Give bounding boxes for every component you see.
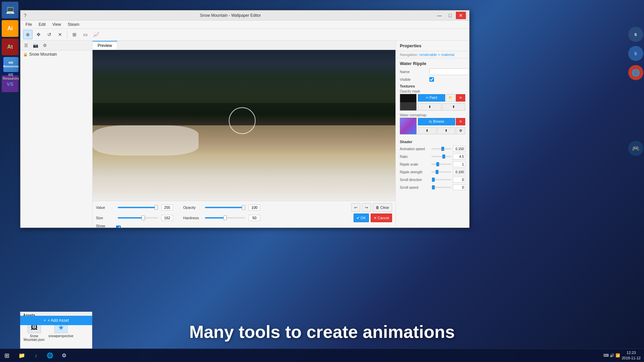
scroll-speed-slider[interactable]: [431, 187, 451, 188]
value-slider-track[interactable]: [118, 207, 158, 208]
taskbar-settings[interactable]: ⚙: [57, 349, 71, 362]
taskbar-start-button[interactable]: ⊞: [0, 349, 13, 362]
water-normalmap-thumb: [400, 118, 417, 134]
chrome-icon[interactable]: 🌐: [628, 65, 643, 80]
minimize-button[interactable]: —: [434, 12, 444, 19]
opacity-mask-controls: ✏ Paint 📁 ✕ ⬇ ⬆: [418, 94, 465, 111]
after-effects-icon[interactable]: At: [2, 39, 18, 55]
menu-view[interactable]: View: [49, 21, 64, 27]
opacity-label: Opacity: [183, 205, 202, 209]
import-button[interactable]: ⬇: [418, 103, 441, 111]
ratio-thumb[interactable]: [442, 155, 445, 159]
preview-canvas[interactable]: [93, 50, 395, 201]
name-prop-input[interactable]: [429, 68, 469, 75]
taskbar-chrome[interactable]: 🌐: [43, 349, 57, 362]
show-mask-checkbox[interactable]: [116, 226, 121, 228]
tree-item-snow-mountain[interactable]: 🔒 Snow Mountain: [20, 51, 92, 58]
title-bar: ? Snow Mountain - Wallpaper Editor — □ ✕: [20, 10, 469, 20]
refresh-button[interactable]: ↺: [45, 30, 54, 39]
browse-button[interactable]: 🗀 Browse: [418, 118, 455, 125]
anim-speed-slider[interactable]: [431, 148, 451, 149]
delete-texture-button[interactable]: ✕: [456, 94, 465, 102]
scroll-direction-slider[interactable]: [431, 179, 451, 180]
opacity-slider-fill: [205, 207, 245, 208]
preview-tab[interactable]: Preview: [93, 41, 117, 50]
taskbar: ⊞ 📁 ♪ 🌐 ⚙ ⌨ 🔊 📶 12:23 2018-11-12: [0, 349, 644, 362]
grid-view-button[interactable]: ⊞: [70, 30, 79, 39]
clear-button[interactable]: 🗑 Clear: [373, 203, 392, 212]
ratio-slider[interactable]: [431, 156, 451, 157]
anim-speed-thumb[interactable]: [441, 147, 444, 151]
shader-scroll-direction-row: Scroll direction 0: [400, 177, 465, 183]
normalmap-export-button[interactable]: ⬆: [437, 127, 455, 134]
size-slider-thumb[interactable]: [142, 216, 145, 220]
window-title: Snow Mountain - Wallpaper Editor: [26, 13, 434, 18]
ripple-scale-thumb[interactable]: [436, 162, 439, 166]
ripple-strength-thumb[interactable]: [436, 170, 438, 174]
hardness-display[interactable]: 50: [249, 215, 260, 221]
scroll-speed-thumb[interactable]: [432, 185, 435, 189]
water-ripple-title: Water Ripple: [396, 58, 469, 67]
opacity-display[interactable]: 100: [249, 204, 260, 210]
move-tool-button[interactable]: ✥: [34, 30, 43, 39]
size-label: Size: [96, 216, 114, 220]
menu-steam[interactable]: Steam: [64, 21, 83, 27]
water-normalmap-label: Water normalmap: [400, 113, 465, 117]
size-slider-track[interactable]: [118, 217, 158, 219]
we-resources-icon-box: WEResources: [3, 57, 18, 72]
folder-button[interactable]: 📁: [446, 94, 455, 102]
system-tray-icons: ⌨ 🔊 📶: [603, 353, 620, 358]
visible-property-row: Visible: [396, 76, 469, 83]
help-icon[interactable]: ?: [24, 13, 26, 18]
value-slider-thumb[interactable]: [155, 205, 158, 210]
illustrator-icon[interactable]: Ai: [2, 20, 18, 37]
ok-button[interactable]: ✔ OK: [354, 214, 369, 222]
opacity-mask-label: Opacity mask: [400, 89, 465, 93]
opacity-slider-track[interactable]: [205, 207, 245, 208]
steam-games-icon[interactable]: 🎮: [628, 141, 643, 156]
normalmap-import-button[interactable]: ⬇: [418, 127, 436, 134]
menu-file[interactable]: File: [22, 21, 35, 27]
opacity-slider-container: [205, 207, 245, 208]
maximize-button[interactable]: □: [445, 12, 455, 19]
close-button[interactable]: ✕: [456, 12, 466, 19]
rect-view-button[interactable]: ▭: [80, 30, 90, 39]
hardness-slider-track[interactable]: [205, 217, 245, 219]
redo-button[interactable]: ↪: [362, 203, 371, 212]
delete-normalmap-button[interactable]: ✕: [456, 118, 465, 125]
main-content: ☰ 📷 ⚙ 🔒 Snow Mountain Preview: [20, 41, 469, 228]
controls-row-3: Show mask: [96, 224, 392, 228]
opacity-slider-thumb[interactable]: [242, 205, 245, 210]
water-normalmap-buttons: 🗀 Browse ✕: [418, 118, 465, 125]
ratio-label: Ratio: [400, 155, 430, 159]
export-button[interactable]: ⬆: [442, 103, 466, 111]
taskbar-file-explorer[interactable]: 📁: [15, 349, 29, 362]
visible-checkbox[interactable]: [429, 77, 434, 82]
paint-button[interactable]: ✏ Paint: [418, 94, 445, 102]
skype-icon[interactable]: S: [628, 46, 643, 61]
list-view-btn[interactable]: ☰: [22, 42, 30, 50]
close-tool-button[interactable]: ✕: [55, 30, 65, 39]
undo-button[interactable]: ↩: [351, 203, 360, 212]
value-display[interactable]: 255: [161, 204, 173, 210]
cancel-button[interactable]: ✕ Cancel: [371, 214, 392, 222]
steam-icon[interactable]: S: [628, 27, 643, 42]
menu-edit[interactable]: Edit: [35, 21, 49, 27]
pc-icon[interactable]: 💻: [2, 2, 18, 18]
we-resources-icon[interactable]: WEResources WE Resources: [2, 57, 20, 80]
snow-patch-left: [93, 125, 199, 156]
scroll-direction-thumb[interactable]: [432, 178, 435, 182]
ripple-strength-value: 0.100: [453, 169, 465, 175]
normalmap-settings-button[interactable]: ⚙: [456, 127, 465, 134]
hardness-slider-thumb[interactable]: [223, 216, 227, 220]
taskbar-spotify[interactable]: ♪: [29, 349, 43, 362]
ripple-scale-slider[interactable]: [431, 164, 451, 165]
ripple-strength-slider[interactable]: [431, 171, 451, 173]
settings-btn[interactable]: ⚙: [41, 42, 49, 50]
camera-btn[interactable]: 📷: [32, 42, 40, 50]
cursor-tool-button[interactable]: ⊕: [23, 30, 33, 39]
opacity-mask-thumb: [400, 94, 417, 111]
size-display[interactable]: 162: [161, 215, 173, 221]
chart-view-button[interactable]: 📈: [91, 30, 101, 39]
add-asset-button[interactable]: + + Add Asset: [20, 316, 92, 325]
